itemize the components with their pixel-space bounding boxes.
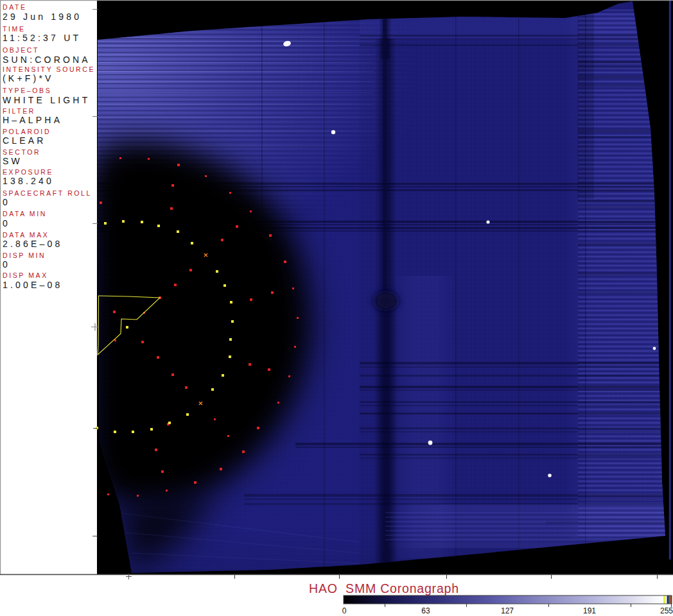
svg-text:127: 127 xyxy=(501,606,514,615)
svg-text:SUN:CORONA: SUN:CORONA xyxy=(3,55,91,65)
svg-text:0: 0 xyxy=(3,259,10,270)
svg-text:138.240: 138.240 xyxy=(3,176,54,186)
svg-text:SECTOR: SECTOR xyxy=(3,148,40,156)
svg-text:WHITE LIGHT: WHITE LIGHT xyxy=(3,95,90,105)
svg-text:TIME: TIME xyxy=(3,25,25,33)
svg-text:CLEAR: CLEAR xyxy=(3,135,46,146)
svg-text:DISP MIN: DISP MIN xyxy=(3,252,46,259)
svg-text:255: 255 xyxy=(660,606,673,615)
svg-text:SW: SW xyxy=(3,156,22,166)
svg-text:29 Jun 1980: 29 Jun 1980 xyxy=(3,12,82,22)
svg-text:DATA MIN: DATA MIN xyxy=(3,210,47,218)
svg-text:TYPE–OBS: TYPE–OBS xyxy=(3,87,51,94)
svg-text:DATE: DATE xyxy=(3,3,27,11)
svg-text:191: 191 xyxy=(583,606,596,615)
svg-text:EXPOSURE: EXPOSURE xyxy=(3,168,53,176)
svg-text:0: 0 xyxy=(3,197,10,207)
svg-text:SPACECRAFT ROLL: SPACECRAFT ROLL xyxy=(3,189,92,197)
svg-text:63: 63 xyxy=(421,606,430,615)
svg-text:FILTER: FILTER xyxy=(3,107,35,115)
svg-text:2.86E–08: 2.86E–08 xyxy=(3,239,63,249)
svg-text:OBJECT: OBJECT xyxy=(3,46,39,54)
svg-text:(K+F)*V: (K+F)*V xyxy=(3,73,54,83)
svg-text:11:52:37 UT: 11:52:37 UT xyxy=(3,33,81,43)
svg-text:DATA MAX: DATA MAX xyxy=(3,231,49,239)
svg-text:HAO SMM Coronagraph: HAO SMM Coronagraph xyxy=(309,581,459,595)
svg-text:0: 0 xyxy=(3,218,10,228)
svg-text:1.00E–08: 1.00E–08 xyxy=(3,280,63,290)
svg-text:POLAROID: POLAROID xyxy=(3,128,51,135)
svg-text:DISP MAX: DISP MAX xyxy=(3,271,48,279)
svg-text:INTENSITY SOURCE: INTENSITY SOURCE xyxy=(3,65,95,73)
svg-text:H–ALPHA: H–ALPHA xyxy=(3,115,62,125)
svg-text:0: 0 xyxy=(342,606,347,615)
